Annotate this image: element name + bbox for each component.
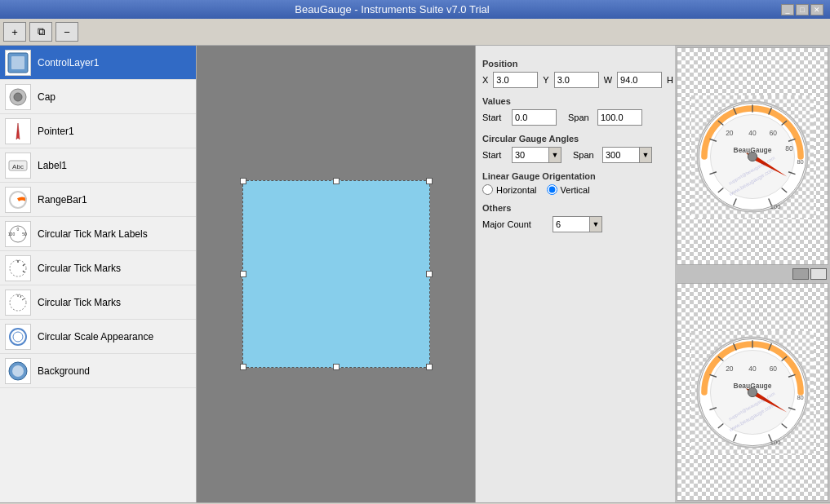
values-section: Values Start Span: [482, 96, 668, 126]
start-label: Start: [482, 113, 507, 122]
preview-controls: [675, 267, 830, 281]
svg-text:80: 80: [797, 158, 803, 166]
sidebar-item-scale-appearance[interactable]: Circular Scale Appearance: [0, 320, 196, 354]
canvas-box[interactable]: [242, 180, 430, 368]
preview-panel-bottom: 40 60 80 20 100 BeauGauge www.beaugauge.…: [677, 283, 828, 501]
values-label: Values: [482, 96, 668, 106]
minimize-button[interactable]: _: [781, 4, 794, 15]
delete-button[interactable]: −: [55, 22, 78, 42]
svg-text:BeauGauge: BeauGauge: [734, 382, 772, 390]
others-label: Others: [482, 203, 668, 213]
sidebar-item-background[interactable]: Background: [0, 354, 196, 388]
preview-btn-2[interactable]: [810, 268, 827, 280]
sidebar-item-tick-marks-2[interactable]: Circular Tick Marks: [0, 285, 196, 320]
tick-marks-1-icon: [5, 255, 31, 281]
start-input[interactable]: [512, 109, 557, 126]
svg-rect-1: [11, 56, 24, 69]
svg-text:100: 100: [770, 438, 781, 445]
title-text: BeauGauge - Instruments Suite v7.0 Trial: [3, 3, 781, 15]
y-input[interactable]: [554, 72, 599, 88]
properties-panel: Position X Y W H Values Start Span C: [475, 46, 675, 502]
handle-bottom-mid[interactable]: [333, 364, 340, 370]
major-count-label: Major Count: [482, 219, 548, 229]
angle-span-input[interactable]: [602, 147, 639, 163]
major-count-input[interactable]: [553, 216, 589, 232]
vertical-label: Vertical: [561, 185, 590, 195]
angle-start-input[interactable]: [512, 147, 548, 163]
tick-marks-2-label: Circular Tick Marks: [38, 297, 121, 308]
sidebar-item-rangebar1[interactable]: RangeBar1: [0, 183, 196, 217]
handle-top-mid[interactable]: [333, 178, 340, 184]
window-controls: _ □ ✕: [781, 4, 823, 15]
angle-start-dropdown: ▼: [512, 147, 561, 163]
major-count-dropdown-btn[interactable]: ▼: [589, 216, 602, 232]
svg-text:Abc: Abc: [12, 163, 24, 170]
horizontal-label: Horizontal: [496, 185, 537, 195]
svg-text:80: 80: [797, 394, 803, 401]
preview-btn-1[interactable]: [792, 268, 809, 280]
tick-labels-label: Circular Tick Mark Labels: [38, 228, 148, 240]
sidebar-item-cap[interactable]: Cap: [0, 80, 196, 114]
control-layer-icon: [5, 50, 31, 76]
sidebar-item-label1[interactable]: Abc Label1: [0, 148, 196, 183]
rangebar-icon: [5, 187, 31, 213]
vertical-option: Vertical: [547, 184, 590, 195]
pointer-icon: [5, 118, 31, 144]
vertical-radio[interactable]: [547, 184, 557, 195]
scale-appearance-icon: [5, 324, 31, 350]
close-button[interactable]: ✕: [810, 4, 823, 15]
handle-top-right[interactable]: [426, 178, 433, 184]
others-section: Others Major Count ▼: [482, 203, 668, 232]
copy-button[interactable]: ⧉: [29, 22, 52, 42]
angle-span-dropdown-btn[interactable]: ▼: [639, 147, 652, 163]
cap-icon: [5, 84, 31, 110]
svg-point-21: [13, 332, 23, 342]
values-row: Start Span: [482, 109, 668, 126]
angle-start-label: Start: [482, 150, 507, 160]
svg-point-20: [10, 329, 26, 345]
svg-point-3: [14, 93, 22, 101]
preview-panel-top: 40 60 80 20 80 100: [677, 47, 828, 265]
angles-section: Circular Gauge Angles Start ▼ Span ▼: [482, 134, 668, 163]
sidebar-item-control-layer[interactable]: ControlLayer1: [0, 46, 196, 80]
tick-marks-1-label: Circular Tick Marks: [38, 263, 121, 274]
svg-line-14: [23, 264, 24, 266]
svg-text:40: 40: [748, 128, 757, 136]
handle-top-left[interactable]: [240, 178, 246, 184]
svg-line-19: [22, 298, 24, 300]
orient-label: Linear Gauge Origentation: [482, 171, 668, 181]
main-container: ControlLayer1 Cap Pointer1: [0, 46, 830, 502]
x-input[interactable]: [493, 72, 538, 88]
svg-point-23: [12, 365, 24, 377]
svg-text:40: 40: [748, 364, 757, 372]
label-icon: Abc: [5, 153, 31, 179]
svg-text:80: 80: [785, 144, 793, 152]
svg-text:0: 0: [17, 227, 20, 232]
angles-label: Circular Gauge Angles: [482, 134, 668, 144]
others-row: Major Count ▼: [482, 216, 668, 232]
control-layer-label: ControlLayer1: [38, 57, 99, 69]
gauge-preview-top: 40 60 80 20 80 100: [691, 95, 814, 218]
toolbar-top: + ⧉ −: [0, 19, 830, 46]
scale-appearance-label: Circular Scale Appearance: [38, 331, 153, 343]
handle-bottom-left[interactable]: [240, 364, 246, 370]
sidebar: ControlLayer1 Cap Pointer1: [0, 46, 197, 502]
sidebar-item-tick-labels[interactable]: 0 50 100 Circular Tick Mark Labels: [0, 217, 196, 251]
w-input[interactable]: [617, 72, 662, 88]
angle-start-dropdown-btn[interactable]: ▼: [548, 147, 561, 163]
tick-marks-2-icon: [5, 290, 31, 316]
sidebar-item-pointer1[interactable]: Pointer1: [0, 114, 196, 148]
horizontal-radio[interactable]: [482, 184, 493, 195]
background-icon: [5, 358, 31, 384]
handle-left-mid[interactable]: [240, 271, 246, 277]
restore-button[interactable]: □: [796, 4, 809, 15]
right-preview-panel: 40 60 80 20 80 100: [675, 46, 830, 502]
handle-right-mid[interactable]: [426, 271, 433, 277]
handle-bottom-right[interactable]: [426, 364, 433, 370]
sidebar-item-tick-marks-1[interactable]: Circular Tick Marks: [0, 251, 196, 285]
angle-span-label: Span: [573, 150, 597, 160]
position-label: Position: [482, 59, 668, 69]
span-input[interactable]: [597, 109, 642, 126]
svg-text:50: 50: [22, 232, 27, 237]
add-button[interactable]: +: [3, 22, 26, 42]
